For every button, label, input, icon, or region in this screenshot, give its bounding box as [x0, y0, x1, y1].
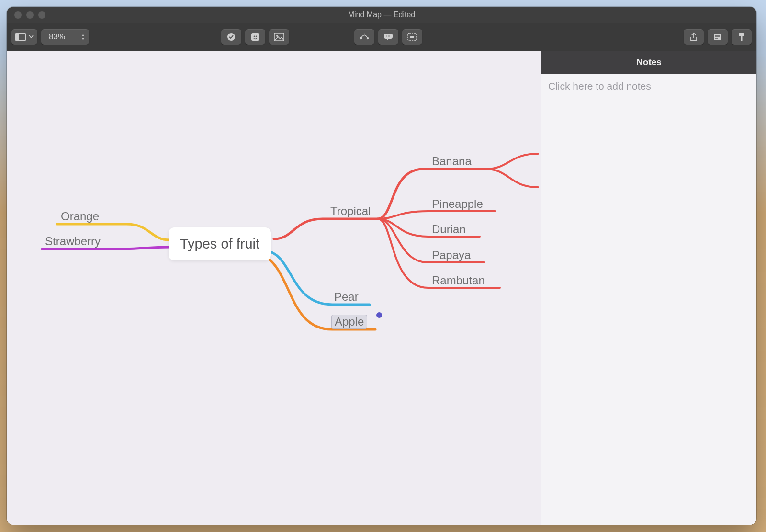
paintbrush-icon: [737, 32, 746, 42]
traffic-lights: [14, 11, 45, 19]
sticker-button[interactable]: [245, 29, 265, 45]
node-rambutan[interactable]: Rambutan: [432, 274, 485, 287]
svg-point-4: [254, 36, 255, 37]
image-button[interactable]: [269, 29, 289, 45]
svg-point-12: [386, 35, 387, 36]
close-icon[interactable]: [14, 11, 22, 19]
connection-icon: +: [359, 33, 370, 41]
notes-panel-title: Notes: [541, 51, 756, 74]
toolbar-group-connect: +: [354, 29, 422, 45]
node-pear[interactable]: Pear: [334, 290, 359, 304]
notes-icon: [713, 33, 722, 41]
toolbar-group-insert: [221, 29, 289, 45]
notes-panel-button[interactable]: [708, 29, 728, 45]
svg-point-2: [227, 33, 235, 41]
speech-bubble-icon: [383, 33, 394, 41]
window-title: Mind Map — Edited: [348, 11, 416, 19]
app-window: Mind Map — Edited 83% ▴▾: [7, 7, 756, 525]
minimize-icon[interactable]: [26, 11, 34, 19]
node-label: Pineapple: [432, 197, 483, 210]
view-mode-button[interactable]: [11, 29, 37, 45]
branch-lines: [7, 51, 541, 525]
svg-rect-16: [410, 36, 414, 38]
toolbar-group-right: [684, 29, 752, 45]
node-label: Strawberry: [45, 235, 101, 248]
node-banana[interactable]: Banana: [432, 155, 472, 168]
share-button[interactable]: [684, 29, 704, 45]
fullscreen-icon[interactable]: [38, 11, 45, 19]
layout-icon: [15, 33, 26, 41]
node-tropical[interactable]: Tropical: [330, 204, 371, 218]
stepper-arrows-icon: ▴▾: [82, 33, 84, 41]
node-label: Orange: [61, 210, 99, 223]
node-durian[interactable]: Durian: [432, 223, 466, 236]
svg-rect-21: [739, 33, 744, 36]
svg-text:+: +: [363, 33, 365, 37]
node-label: Rambutan: [432, 274, 485, 287]
node-label: Pear: [334, 290, 359, 303]
connection-button[interactable]: +: [354, 29, 374, 45]
node-apple[interactable]: Apple: [331, 315, 367, 329]
image-icon: [274, 33, 284, 41]
checkmark-circle-icon: [226, 32, 236, 42]
svg-point-14: [389, 35, 390, 36]
notes-input[interactable]: Click here to add notes: [541, 74, 756, 525]
mindmap-canvas[interactable]: Types of fruit Orange Strawberry Tropica…: [7, 51, 541, 525]
node-label: Tropical: [330, 204, 371, 217]
node-orange[interactable]: Orange: [61, 210, 99, 223]
chevron-down-icon: [29, 35, 34, 39]
root-node-label: Types of fruit: [180, 236, 259, 251]
titlebar: Mind Map — Edited: [7, 7, 756, 23]
task-button[interactable]: [221, 29, 241, 45]
zoom-value: 83%: [49, 32, 65, 42]
node-label: Durian: [432, 223, 466, 236]
notes-panel: Notes Click here to add notes: [541, 51, 756, 525]
svg-point-5: [256, 36, 257, 37]
smiley-icon: [250, 32, 260, 42]
svg-rect-1: [16, 34, 19, 41]
node-label: Apple: [335, 315, 364, 328]
svg-point-7: [276, 35, 278, 37]
content-area: Types of fruit Orange Strawberry Tropica…: [7, 51, 756, 525]
node-papaya[interactable]: Papaya: [432, 249, 471, 262]
node-label: Banana: [432, 155, 472, 168]
node-pineapple[interactable]: Pineapple: [432, 197, 483, 211]
format-button[interactable]: [732, 29, 752, 45]
note-button[interactable]: [378, 29, 398, 45]
node-label: Papaya: [432, 249, 471, 261]
toolbar: 83% ▴▾: [7, 23, 756, 51]
boundary-button[interactable]: [402, 29, 422, 45]
node-strawberry[interactable]: Strawberry: [45, 235, 101, 248]
notes-placeholder: Click here to add notes: [548, 80, 651, 91]
note-indicator-icon[interactable]: [376, 312, 382, 318]
share-icon: [689, 32, 698, 42]
zoom-stepper[interactable]: 83% ▴▾: [41, 29, 89, 45]
svg-point-13: [388, 35, 389, 36]
boundary-icon: [407, 32, 417, 42]
root-node[interactable]: Types of fruit: [169, 227, 271, 260]
svg-rect-22: [741, 36, 743, 41]
svg-rect-3: [251, 33, 259, 41]
